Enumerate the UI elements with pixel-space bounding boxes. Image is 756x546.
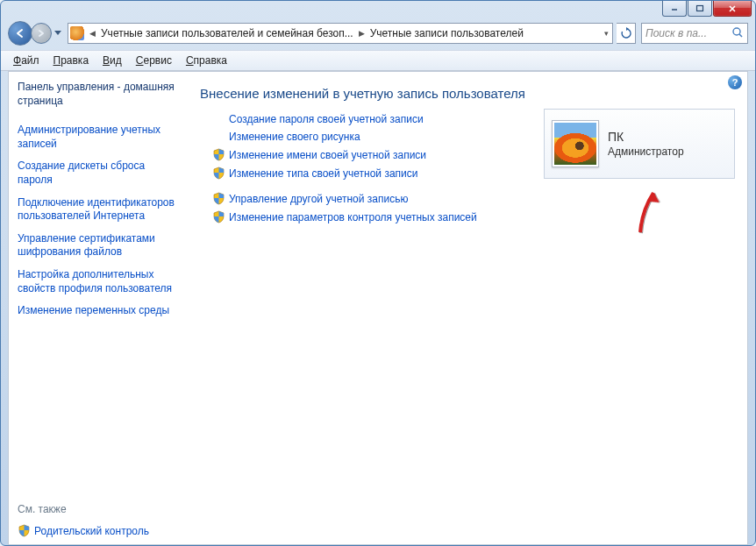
search-icon bbox=[731, 26, 744, 41]
address-field[interactable]: ◀ Учетные записи пользователей и семейна… bbox=[68, 23, 613, 44]
maximize-button[interactable] bbox=[688, 1, 712, 17]
shield-icon bbox=[18, 524, 31, 537]
chevron-right-icon[interactable]: ▶ bbox=[359, 29, 365, 38]
see-also-label: См. также bbox=[9, 494, 188, 521]
minimize-button[interactable] bbox=[662, 1, 687, 17]
task-link[interactable]: Изменение типа своей учетной записи bbox=[229, 167, 417, 180]
task-link[interactable]: Изменение своего рисунка bbox=[229, 131, 360, 143]
chevron-left-icon[interactable]: ◀ bbox=[89, 29, 96, 38]
menu-bar: Файл Правка Вид Сервис Справка bbox=[1, 50, 755, 71]
sidebar-links: Панель управления - домашняя страница Ад… bbox=[9, 72, 188, 327]
address-dropdown[interactable]: ▾ bbox=[604, 29, 609, 38]
close-button[interactable] bbox=[713, 1, 752, 17]
shield-icon bbox=[212, 148, 225, 161]
see-also-parental[interactable]: Родительский контроль bbox=[9, 521, 188, 544]
menu-file[interactable]: Файл bbox=[6, 53, 46, 68]
svg-line-3 bbox=[739, 34, 742, 37]
page-title: Внесение изменений в учетную запись поль… bbox=[200, 86, 735, 101]
menu-service[interactable]: Сервис bbox=[129, 53, 179, 68]
menu-view[interactable]: Вид bbox=[96, 53, 129, 68]
avatar bbox=[552, 120, 599, 167]
see-also-parental-label: Родительский контроль bbox=[34, 525, 149, 537]
menu-edit[interactable]: Правка bbox=[46, 53, 96, 68]
shield-icon bbox=[212, 167, 225, 180]
task-link[interactable]: Управление другой учетной записью bbox=[229, 193, 408, 205]
history-dropdown[interactable] bbox=[52, 25, 64, 42]
sidebar-link-env[interactable]: Изменение переменных среды bbox=[18, 304, 179, 318]
nav-buttons bbox=[8, 21, 64, 46]
sidebar-link-certs[interactable]: Управление сертификатами шифрования файл… bbox=[18, 232, 179, 259]
search-input[interactable]: Поиск в па... bbox=[641, 23, 748, 44]
shield-icon bbox=[212, 192, 225, 205]
task-link[interactable]: Изменение параметров контроля учетных за… bbox=[229, 211, 477, 223]
control-panel-icon bbox=[70, 26, 84, 40]
svg-rect-1 bbox=[697, 5, 703, 11]
back-button[interactable] bbox=[8, 21, 32, 46]
task-link[interactable]: Создание пароля своей учетной записи bbox=[229, 113, 424, 125]
user-card[interactable]: ПК Администратор bbox=[544, 109, 735, 179]
address-bar: ◀ Учетные записи пользователей и семейна… bbox=[1, 18, 755, 50]
svg-point-2 bbox=[733, 28, 740, 35]
sidebar-link-reset-disk[interactable]: Создание дискеты сброса пароля bbox=[18, 160, 179, 187]
main-panel: ? Внесение изменений в учетную запись по… bbox=[188, 72, 747, 544]
task-group-other: Управление другой учетной записью Измене… bbox=[212, 192, 735, 223]
task-link[interactable]: Изменение имени своей учетной записи bbox=[229, 149, 426, 161]
user-name: ПК bbox=[608, 130, 684, 144]
sidebar-link-online-ids[interactable]: Подключение идентификаторов пользователе… bbox=[18, 196, 179, 223]
sidebar-link-profile[interactable]: Настройка дополнительных свойств профиля… bbox=[18, 268, 179, 295]
sidebar-home[interactable]: Панель управления - домашняя страница bbox=[18, 81, 179, 108]
titlebar bbox=[1, 1, 755, 18]
content-body: Панель управления - домашняя страница Ад… bbox=[8, 71, 748, 545]
menu-help[interactable]: Справка bbox=[179, 53, 234, 68]
forward-button[interactable] bbox=[31, 23, 52, 44]
breadcrumb-parent[interactable]: Учетные записи пользователей и семейная … bbox=[101, 27, 353, 39]
help-icon[interactable]: ? bbox=[728, 75, 742, 89]
sidebar: Панель управления - домашняя страница Ад… bbox=[9, 72, 188, 544]
user-role: Администратор bbox=[608, 145, 684, 158]
refresh-button[interactable] bbox=[617, 23, 636, 44]
search-placeholder: Поиск в па... bbox=[645, 27, 707, 39]
breadcrumb-current[interactable]: Учетные записи пользователей bbox=[370, 27, 524, 39]
sidebar-link-admin[interactable]: Администрирование учетных записей bbox=[18, 124, 179, 151]
user-info: ПК Администратор bbox=[608, 130, 684, 158]
task-uac-settings: Изменение параметров контроля учетных за… bbox=[212, 210, 735, 223]
window-frame: ◀ Учетные записи пользователей и семейна… bbox=[0, 0, 756, 546]
shield-icon bbox=[212, 210, 225, 223]
task-manage-other: Управление другой учетной записью bbox=[212, 192, 735, 205]
avatar-image bbox=[554, 123, 596, 165]
window-controls bbox=[662, 1, 752, 17]
